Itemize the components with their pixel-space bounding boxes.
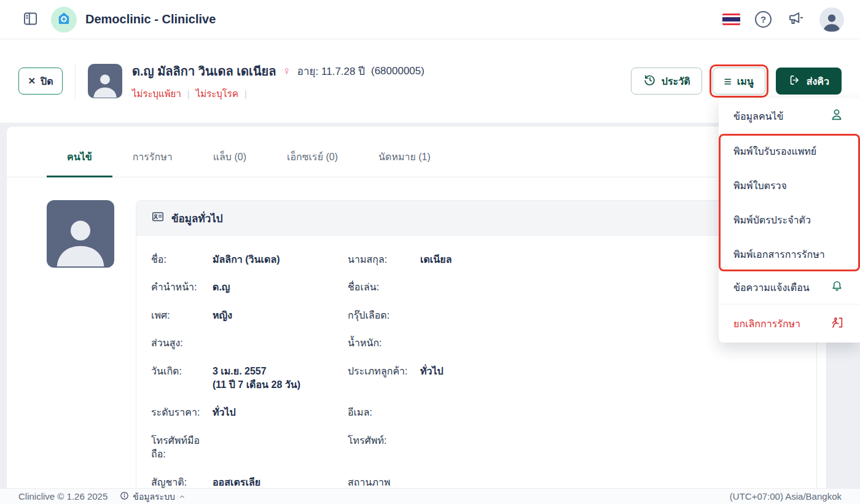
patient-actions-dropdown: ข้อมูลคนไข้ พิมพ์ใบรับรองแพทย์ พิมพ์ใบตร…: [719, 98, 860, 343]
field-value: หญิง: [213, 309, 348, 322]
menu-item-label: ข้อมูลคนไข้: [733, 109, 784, 124]
tab-appointments[interactable]: นัดหมาย (1): [358, 139, 451, 177]
menu-item-cancel-treatment[interactable]: ยกเลิกการรักษา: [719, 304, 860, 343]
field-label: ชื่อเล่น:: [348, 281, 420, 294]
info-icon: [120, 491, 129, 502]
field-value: 3 เม.ย. 2557 (11 ปี 7 เดือน 28 วัน): [213, 365, 348, 392]
send-queue-button[interactable]: ส่งคิว: [776, 68, 842, 95]
general-info-title: ข้อมูลทั่วไป: [171, 210, 223, 227]
field-label: โทรศัพท์มือถือ:: [151, 434, 213, 462]
menu-item-patient-info[interactable]: ข้อมูลคนไข้: [719, 98, 860, 134]
field-label: โทรศัพท์:: [348, 434, 420, 448]
menu-button-highlight: ≡ เมนู: [710, 64, 768, 98]
menu-item-print-treatment-documents[interactable]: พิมพ์เอกสารการรักษา: [719, 237, 860, 271]
field-label: น้ำหนัก:: [348, 336, 420, 350]
disease-status-link[interactable]: ไม่ระบุโรค: [196, 87, 238, 101]
id-card-icon: [151, 210, 165, 227]
bell-icon: [830, 279, 844, 296]
general-info-grid: ชื่อ: มัลลิกา (วินเดล) นามสกุล: เดเนียล …: [151, 253, 802, 488]
tab-patient[interactable]: คนไข้: [47, 139, 112, 177]
tab-lab[interactable]: แล็บ (0): [193, 139, 267, 177]
patient-age: อายุ: 11.7.28 ปี: [297, 63, 365, 79]
field-value: ด.ญ: [213, 281, 348, 294]
chevron-up-icon: [179, 492, 186, 502]
field-label: สถานภาพ: [348, 476, 420, 488]
field-label: คำนำหน้า:: [151, 281, 213, 294]
hamburger-icon: ≡: [724, 75, 732, 88]
menu-button[interactable]: ≡ เมนู: [713, 68, 765, 95]
user-avatar[interactable]: [819, 7, 844, 32]
close-button-label: ปิด: [41, 74, 53, 89]
field-label: อีเมล:: [348, 406, 420, 419]
cancel-treatment-exit-icon: [830, 316, 844, 332]
birthdate-value: 3 เม.ย. 2557: [213, 365, 342, 378]
field-label: เพศ:: [151, 309, 213, 322]
footer: Cliniclive © 1.26 2025 ข้อมูลระบบ (UTC+0…: [0, 488, 860, 504]
help-icon[interactable]: ?: [755, 11, 772, 28]
announcements-button[interactable]: [786, 10, 805, 29]
field-label: ส่วนสูง:: [151, 336, 213, 350]
menu-item-print-medical-certificate[interactable]: พิมพ์ใบรับรองแพทย์: [719, 134, 860, 168]
person-icon: [829, 107, 844, 125]
female-gender-icon: ♀: [283, 64, 291, 78]
tab-bar: คนไข้ การรักษา แล็บ (0) เอ็กซเรย์ (0) นั…: [7, 139, 826, 177]
send-queue-button-label: ส่งคิว: [807, 74, 829, 89]
close-patient-button[interactable]: ✕ ปิด: [18, 68, 63, 95]
app-title: Democlinic - Cliniclive: [85, 12, 216, 26]
clinic-logo[interactable]: [51, 7, 77, 33]
language-flag-thai-icon[interactable]: [722, 14, 740, 25]
history-button[interactable]: ประวัติ: [631, 68, 702, 95]
history-button-label: ประวัติ: [662, 74, 690, 89]
history-clock-icon: [643, 73, 656, 89]
general-info-panel: ข้อมูลทั่วไป ชื่อ: มัลลิกา (วินเดล) นามส…: [136, 200, 817, 488]
field-value: ออสเตรเลีย: [213, 476, 348, 488]
close-icon: ✕: [28, 76, 36, 87]
menu-item-label: ยกเลิกการรักษา: [733, 316, 800, 331]
separator: |: [244, 88, 247, 99]
clinic-home-icon: [56, 10, 72, 29]
allergy-status-link[interactable]: ไม่ระบุแพ้ยา: [132, 87, 181, 101]
send-queue-icon: [788, 74, 801, 89]
megaphone-icon: [786, 10, 805, 29]
patient-detail-card: คนไข้ การรักษา แล็บ (0) เอ็กซเรย์ (0) นั…: [6, 126, 827, 488]
field-label: สัญชาติ:: [151, 476, 213, 488]
sidebar-toggle-button[interactable]: [22, 10, 39, 29]
field-label: ชื่อ:: [151, 253, 213, 266]
field-value: ทั่วไป: [213, 406, 348, 419]
field-value: ทั่วไป: [420, 365, 802, 378]
system-info-toggle[interactable]: ข้อมูลระบบ: [120, 490, 186, 503]
patient-avatar: [88, 64, 122, 98]
divider: [75, 63, 76, 99]
menu-item-label: พิมพ์ใบรับรองแพทย์: [733, 144, 816, 159]
field-label: ระดับราคา:: [151, 406, 213, 419]
patient-name: ด.ญ มัลลิกา วินเดล เดเนียล: [132, 61, 276, 81]
menu-item-label: ข้อความแจ้งเตือน: [733, 280, 810, 295]
menu-item-label: พิมพ์บัตรประจำตัว: [733, 212, 811, 228]
menu-item-notification-messages[interactable]: ข้อความแจ้งเตือน: [719, 271, 860, 304]
menu-button-label: เมนู: [737, 74, 754, 89]
field-label: ประเภทลูกค้า:: [348, 365, 420, 378]
menu-item-print-id-card[interactable]: พิมพ์บัตรประจำตัว: [719, 203, 860, 237]
patient-photo: [47, 200, 114, 268]
system-info-label: ข้อมูลระบบ: [133, 490, 175, 503]
field-label: กรุ๊ปเลือด:: [348, 309, 420, 322]
menu-item-label: พิมพ์เอกสารการรักษา: [733, 247, 825, 262]
top-bar: Democlinic - Cliniclive ?: [0, 0, 860, 39]
menu-item-print-examination-form[interactable]: พิมพ์ใบตรวจ: [719, 168, 860, 203]
field-label: นามสกุล:: [348, 253, 420, 266]
timezone-label: (UTC+07:00) Asia/Bangkok: [730, 491, 842, 502]
field-label: วันเกิด:: [151, 365, 213, 378]
tab-xray[interactable]: เอ็กซเรย์ (0): [267, 139, 358, 177]
separator: |: [187, 88, 190, 99]
patient-code: (68000005): [371, 65, 424, 77]
sidebar-panel-icon: [22, 10, 39, 29]
tab-treatment[interactable]: การรักษา: [112, 139, 193, 177]
footer-copyright: Cliniclive © 1.26 2025: [18, 491, 108, 502]
field-value: มัลลิกา (วินเดล): [213, 253, 348, 266]
birthdate-age-detail: (11 ปี 7 เดือน 28 วัน): [213, 378, 342, 392]
menu-item-label: พิมพ์ใบตรวจ: [733, 178, 787, 193]
